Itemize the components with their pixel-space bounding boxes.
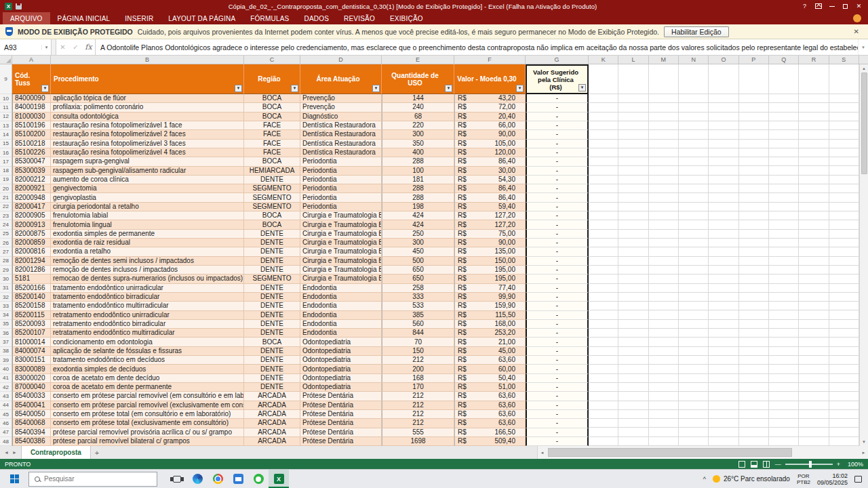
sheet-nav-left-button[interactable]: ◄	[4, 450, 9, 455]
cell-valor-sugerido[interactable]: -	[526, 113, 589, 121]
cell-quantidade-uso[interactable]: 650	[382, 274, 454, 283]
row-number[interactable]: 16	[0, 148, 12, 157]
cell-cod-tuss[interactable]: 82000905	[12, 211, 51, 220]
row-number[interactable]: 32	[0, 293, 12, 302]
cell-valor-sugerido[interactable]: -	[526, 437, 589, 446]
row-number[interactable]: 14	[0, 130, 12, 139]
cell-area-atuacao[interactable]: Endodontia	[300, 284, 382, 293]
cell-cod-tuss[interactable]: 85200158	[12, 302, 51, 310]
cell-area-atuacao[interactable]: Odontopediatria	[300, 383, 382, 392]
cell-procedimento[interactable]: aplicação tópica de flúor	[51, 94, 244, 103]
column-header-G[interactable]: G	[526, 56, 589, 64]
cell-valor-moeda[interactable]: R$253,20	[454, 329, 526, 338]
cell-area-atuacao[interactable]: Dentística Restauradora	[300, 148, 382, 157]
cell-regiao[interactable]: ARCADA	[244, 401, 300, 410]
row-number[interactable]: 13	[0, 121, 12, 130]
cell-quantidade-uso[interactable]: 1698	[382, 437, 454, 446]
cell-quantidade-uso[interactable]: 288	[382, 193, 454, 202]
cell-cod-tuss[interactable]: 85400033	[12, 392, 51, 401]
cell-valor-moeda[interactable]: R$509,40	[454, 437, 526, 446]
cell-quantidade-uso[interactable]: 500	[382, 257, 454, 266]
cell-cod-tuss[interactable]: 85200166	[12, 284, 51, 293]
formula-input[interactable]: A Odontolife Planos Odontológicos agrade…	[96, 39, 858, 55]
cell-procedimento[interactable]: conserto em prótese parcial removível (e…	[51, 392, 244, 401]
cell-regiao[interactable]: DENTE	[244, 247, 300, 256]
cell-procedimento[interactable]: cirurgia periodontal a retalho	[51, 203, 244, 211]
row-number[interactable]: 28	[0, 257, 12, 266]
cell-area-atuacao[interactable]: Periodontia	[300, 203, 382, 211]
row-number[interactable]: 18	[0, 167, 12, 176]
cell-regiao[interactable]: DENTE	[244, 311, 300, 320]
cell-area-atuacao[interactable]: Endodontia	[300, 311, 382, 320]
cell-valor-moeda[interactable]: R$120,00	[454, 148, 526, 157]
row-number[interactable]: 12	[0, 113, 12, 121]
zoom-level[interactable]: 100%	[844, 461, 863, 468]
cell-cod-tuss[interactable]: 85400050	[12, 410, 51, 419]
cell-valor-sugerido[interactable]: -	[526, 356, 589, 365]
cell-valor-sugerido[interactable]: -	[526, 329, 589, 338]
cell-cod-tuss[interactable]: 85200107	[12, 329, 51, 338]
ribbon-tab-dados[interactable]: DADOS	[296, 12, 336, 24]
cell-regiao[interactable]: ARCADA	[244, 437, 300, 446]
column-header-D[interactable]: D	[300, 56, 382, 64]
cell-cod-tuss[interactable]: 82000212	[12, 176, 51, 184]
cell-cod-tuss[interactable]: 82000875	[12, 230, 51, 239]
cell-regiao[interactable]: HEMIARCADA	[244, 167, 300, 176]
cell-regiao[interactable]: DENTE	[244, 284, 300, 293]
cell-valor-moeda[interactable]: R$168,00	[454, 320, 526, 329]
cell-regiao[interactable]: ARCADA	[244, 392, 300, 401]
cell-procedimento[interactable]: raspagem supra-gengival	[51, 157, 244, 166]
cell-regiao[interactable]: ARCADA	[244, 419, 300, 428]
cell-area-atuacao[interactable]: Prótese Dentária	[300, 428, 382, 437]
excel-app-icon[interactable]: X	[5, 3, 12, 10]
cell-procedimento[interactable]: prótese parcial removível bilateral c/ g…	[51, 437, 244, 446]
column-header-C[interactable]: C	[244, 56, 300, 64]
row-number[interactable]: 24	[0, 220, 12, 229]
cell-cod-tuss[interactable]: 85300039	[12, 167, 51, 176]
cell-area-atuacao[interactable]: Odontopediatria	[300, 356, 382, 365]
cell-quantidade-uso[interactable]: 533	[382, 302, 454, 310]
row-number[interactable]: 44	[0, 401, 12, 410]
cell-valor-sugerido[interactable]: -	[526, 157, 589, 166]
row-number[interactable]: 30	[0, 274, 12, 283]
cell-regiao[interactable]: DENTE	[244, 230, 300, 239]
cell-area-atuacao[interactable]: Prevenção	[300, 94, 382, 103]
row-number[interactable]: 31	[0, 284, 12, 293]
cell-quantidade-uso[interactable]: 400	[382, 148, 454, 157]
cell-procedimento[interactable]: gengivoplastia	[51, 193, 244, 202]
zoom-in-button[interactable]: +	[837, 461, 840, 468]
cell-area-atuacao[interactable]: Endodontia	[300, 329, 382, 338]
save-icon[interactable]	[16, 3, 22, 9]
zoom-out-button[interactable]: —	[775, 461, 781, 468]
cell-regiao[interactable]: DENTE	[244, 347, 300, 356]
cell-valor-sugerido[interactable]: -	[526, 266, 589, 274]
cell-valor-sugerido[interactable]: -	[526, 184, 589, 193]
cell-regiao[interactable]: BOCA	[244, 157, 300, 166]
close-button[interactable]: ✕	[853, 1, 865, 11]
name-box[interactable]: A93 ▾	[0, 39, 52, 55]
cell-procedimento[interactable]: aplicação de selante de fóssulas e fissu…	[51, 347, 244, 356]
cell-procedimento[interactable]: raspagem sub-gengival/alisamento radicul…	[51, 167, 244, 176]
cell-procedimento[interactable]: aumento de coroa clínica	[51, 176, 244, 184]
cell-regiao[interactable]: BOCA	[244, 220, 300, 229]
row-number[interactable]: 42	[0, 383, 12, 392]
cell-procedimento[interactable]: restauração resina fotopolimerizável 3 f…	[51, 140, 244, 148]
sheet-tab-contraproposta[interactable]: Contraproposta	[21, 446, 91, 459]
cell-regiao[interactable]: FACE	[244, 140, 300, 148]
row-number[interactable]: 29	[0, 266, 12, 274]
filter-button-valor-sugerido[interactable]: ▼	[578, 84, 586, 92]
cell-valor-moeda[interactable]: R$50,40	[454, 374, 526, 383]
cell-cod-tuss[interactable]: 85400041	[12, 401, 51, 410]
cell-valor-moeda[interactable]: R$150,00	[454, 257, 526, 266]
cell-valor-sugerido[interactable]: -	[526, 247, 589, 256]
cell-valor-sugerido[interactable]: -	[526, 302, 589, 310]
cell-quantidade-uso[interactable]: 212	[382, 410, 454, 419]
cell-quantidade-uso[interactable]: 300	[382, 239, 454, 247]
row-number[interactable]: 46	[0, 419, 12, 428]
cell-valor-sugerido[interactable]: -	[526, 293, 589, 302]
cell-procedimento[interactable]: conserto em prótese total (exclusivament…	[51, 419, 244, 428]
cell-area-atuacao[interactable]: Cirurgia e Traumatologia Bu	[300, 266, 382, 274]
cell-area-atuacao[interactable]: Periodontia	[300, 184, 382, 193]
cell-quantidade-uso[interactable]: 350	[382, 140, 454, 148]
cell-valor-moeda[interactable]: R$63,60	[454, 410, 526, 419]
